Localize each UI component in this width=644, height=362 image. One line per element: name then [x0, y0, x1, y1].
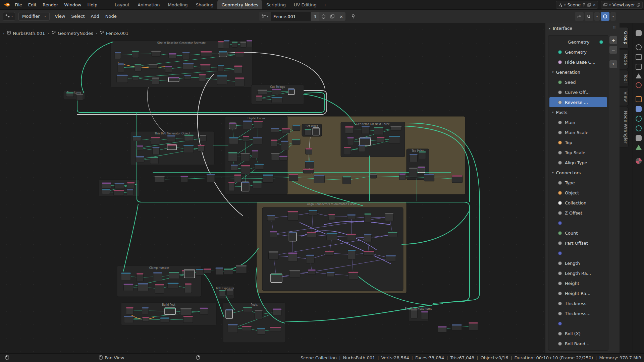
socket-item-object[interactable]: Object: [549, 188, 607, 198]
add-workspace-button[interactable]: +: [321, 0, 330, 9]
blender-menu-icon[interactable]: [3, 2, 10, 7]
graph-node[interactable]: [224, 40, 229, 48]
workspace-tab-shading[interactable]: Shading: [192, 0, 218, 9]
socket-list-menu-button[interactable]: ▾: [609, 60, 618, 68]
socket-item-align-type[interactable]: Align Type: [549, 158, 607, 168]
graph-node[interactable]: [360, 137, 371, 145]
graph-node[interactable]: [255, 310, 262, 319]
socket-item-thickness[interactable]: Thickness: [549, 298, 607, 308]
modifier-icon[interactable]: [636, 106, 642, 112]
editor-type-button[interactable]: ▾: [3, 12, 15, 21]
menu-render[interactable]: Render: [43, 2, 58, 7]
socket-category-connectors[interactable]: ▾Connectors: [549, 168, 607, 178]
tool-icon[interactable]: [636, 30, 642, 36]
graph-node[interactable]: [348, 250, 356, 259]
workspace-tab-layout[interactable]: Layout: [111, 0, 133, 9]
graph-node[interactable]: [228, 152, 237, 162]
socket-item-collection[interactable]: Collection: [549, 198, 607, 208]
browse-nodetree-button[interactable]: ▾: [259, 12, 271, 21]
socket-item-unnamed[interactable]: [549, 318, 607, 328]
graph-node[interactable]: [207, 174, 215, 182]
graph-node[interactable]: [469, 322, 478, 330]
socket-item-length[interactable]: Length: [549, 258, 607, 268]
graph-node[interactable]: [411, 309, 417, 318]
socket-item-unnamed[interactable]: [549, 218, 607, 228]
close-icon[interactable]: ×: [593, 3, 596, 7]
graph-node[interactable]: [385, 213, 393, 221]
graph-node[interactable]: [185, 283, 192, 293]
graph-node[interactable]: [364, 214, 371, 223]
socket-item-curve-off[interactable]: Curve Off...: [549, 87, 607, 97]
graph-node[interactable]: [117, 75, 128, 83]
breadcrumb-item-geometrynodes[interactable]: GeometryNodes: [51, 31, 93, 36]
data-icon[interactable]: [636, 145, 642, 150]
breadcrumb-item-fence-001[interactable]: Fence.001: [100, 31, 128, 36]
socket-item-roll-x[interactable]: Roll (X): [549, 328, 607, 339]
sidebar-tab-tool[interactable]: Tool: [620, 70, 629, 86]
graph-node[interactable]: [306, 255, 314, 263]
graph-node[interactable]: [243, 121, 252, 129]
users-count-button[interactable]: 3: [311, 12, 319, 21]
overlay-toggle-button[interactable]: [601, 12, 609, 21]
add-socket-button[interactable]: +: [609, 36, 618, 44]
snap-mode-dropdown[interactable]: ▾: [594, 12, 600, 21]
output-icon[interactable]: [636, 54, 642, 60]
graph-node[interactable]: [235, 77, 244, 86]
collapse-chevron-icon[interactable]: ▾: [549, 26, 550, 30]
graph-node[interactable]: [184, 269, 195, 278]
snap-magnet-button[interactable]: [585, 12, 593, 21]
socket-item-unnamed[interactable]: [549, 248, 607, 258]
object-icon[interactable]: [636, 96, 642, 102]
graph-node[interactable]: [314, 175, 324, 183]
menu-file[interactable]: File: [15, 2, 22, 7]
render-icon[interactable]: [636, 44, 642, 50]
editor-menu-select[interactable]: Select: [71, 14, 85, 19]
pin-icon[interactable]: [582, 3, 586, 7]
menu-edit[interactable]: Edit: [28, 2, 37, 7]
physics-icon[interactable]: [636, 125, 642, 131]
workspace-tab-modeling[interactable]: Modeling: [164, 0, 192, 9]
graph-node[interactable]: [228, 324, 237, 333]
socket-item-seed[interactable]: Seed: [549, 77, 607, 87]
workspace-tab-uv-editing[interactable]: UV Editing: [290, 0, 321, 9]
socket-item-hide-base-c[interactable]: Hide Base C...: [549, 57, 607, 67]
sidebar-tab-node[interactable]: Node: [620, 50, 629, 69]
node-editor-canvas[interactable]: Size of Baseline Generator RecreateType …: [0, 23, 545, 353]
socket-item-part-offset[interactable]: Part Offset: [549, 238, 607, 248]
menu-help[interactable]: Help: [88, 2, 98, 7]
graph-node[interactable]: [241, 165, 250, 174]
graph-node[interactable]: [410, 154, 417, 162]
socket-item-reverse[interactable]: Reverse ...: [549, 97, 607, 107]
socket-item-top[interactable]: Top: [549, 137, 607, 147]
graph-node[interactable]: [241, 182, 249, 191]
unlink-button[interactable]: ×: [337, 12, 345, 21]
duplicate-icon[interactable]: [637, 3, 640, 7]
mode-dropdown[interactable]: Modifier ▾: [18, 12, 50, 21]
graph-node[interactable]: [271, 274, 282, 283]
socket-item-height[interactable]: Height: [549, 278, 607, 288]
graph-node[interactable]: [118, 63, 124, 72]
world-icon[interactable]: [636, 82, 642, 88]
particles-icon[interactable]: [636, 116, 642, 122]
workspace-tab-geometry-nodes[interactable]: Geometry Nodes: [217, 0, 262, 9]
editor-menu-view[interactable]: View: [55, 14, 65, 19]
graph-node[interactable]: [137, 273, 144, 282]
sidebar-tab-view[interactable]: View: [620, 87, 629, 106]
graph-node[interactable]: [287, 211, 298, 221]
panel-grip-icon[interactable]: ⠿: [613, 26, 616, 31]
socket-item-top-scale[interactable]: Top Scale: [549, 147, 607, 158]
graph-node[interactable]: [217, 75, 227, 85]
socket-category-generation[interactable]: ▾Generation: [549, 67, 607, 77]
socket-item-z-offset[interactable]: Z Offset: [549, 208, 607, 218]
socket-item-length-ra[interactable]: Length Ra...: [549, 268, 607, 278]
editor-menu-node[interactable]: Node: [105, 14, 117, 19]
graph-node[interactable]: [344, 147, 351, 155]
graph-node[interactable]: [226, 309, 232, 318]
constraints-icon[interactable]: [636, 135, 642, 141]
sidebar-tab-node-wrangler[interactable]: Node Wrangler: [620, 107, 629, 147]
graph-node[interactable]: [228, 182, 234, 191]
new-nodetree-button[interactable]: [328, 12, 337, 21]
graph-node[interactable]: [183, 145, 194, 153]
material-icon[interactable]: [636, 158, 642, 164]
graph-node[interactable]: [252, 150, 258, 158]
